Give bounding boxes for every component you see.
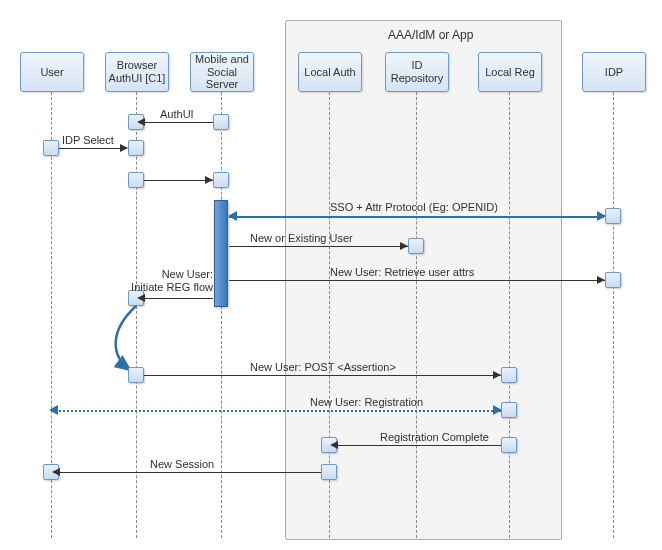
- msg-label: New User: Registration: [310, 396, 423, 408]
- msg-label: New User: POST <Assertion>: [250, 361, 396, 373]
- msg-label: New Session: [150, 458, 214, 470]
- sequence-diagram: AAA/IdM or App User Browser AuthUI [C1] …: [0, 0, 662, 550]
- arrow-left-icon: [330, 441, 338, 449]
- msg-new-session: [59, 472, 321, 473]
- node: [501, 367, 517, 383]
- node: [501, 402, 517, 418]
- arrow-right-icon: [493, 371, 501, 379]
- msg-label: Registration Complete: [380, 431, 489, 443]
- arrow-left-icon: [52, 468, 60, 476]
- node: [501, 437, 517, 453]
- msg-registration: [56, 410, 501, 412]
- msg-reg-complete: [337, 445, 501, 446]
- node: [128, 367, 144, 383]
- arrow-left-icon: [49, 405, 58, 415]
- node: [321, 464, 337, 480]
- msg-post-assertion: [144, 375, 501, 376]
- arrow-right-icon: [493, 405, 502, 415]
